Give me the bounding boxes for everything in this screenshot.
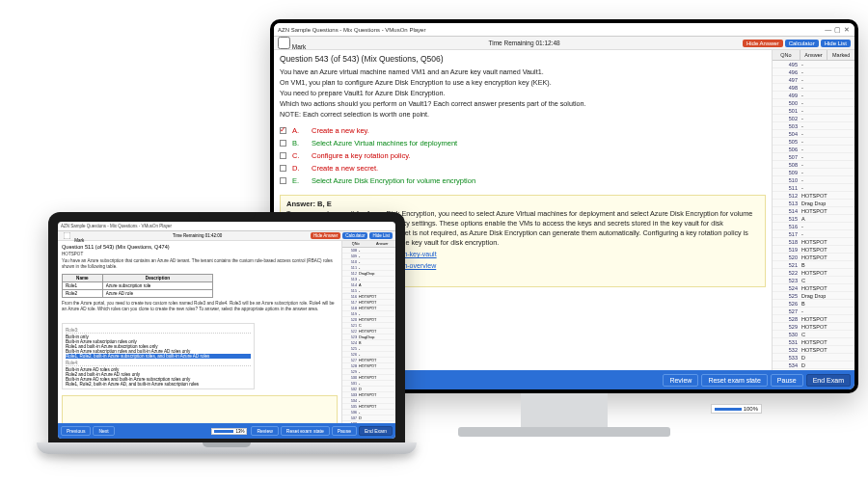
pause-button[interactable]: Pause [332,426,357,436]
question-list-sidebar: QNo Answer Marked 495-496-497-498-499-50… [772,50,854,370]
sidebar-row[interactable]: 527- [773,308,854,315]
dropdown-group-1[interactable]: Built-in onlyBuilt-in Azure subscription… [66,335,251,359]
sidebar-row[interactable]: 519HOTSPOT [773,246,854,254]
sidebar-row[interactable]: 500- [773,99,854,107]
checkbox-icon[interactable] [280,127,286,134]
sidebar-row[interactable]: 515A [773,215,854,223]
progress-bar [214,430,233,433]
roles-table: NameDescription Role1Azure subscription … [62,274,213,298]
mark-checkbox[interactable]: Mark [278,37,306,50]
checkbox-icon[interactable] [280,177,286,184]
sidebar-row[interactable]: 507- [773,153,854,161]
checkbox-icon[interactable] [280,165,286,172]
hide-answer-button[interactable]: Hide Answer [743,40,783,47]
sidebar-row[interactable]: 530C [773,331,854,338]
hide-answer-button[interactable]: Hide Answer [311,232,340,239]
sidebar-row[interactable]: 501- [773,107,854,115]
hide-list-button[interactable]: Hide List [369,232,393,239]
sidebar-row[interactable]: 518HOTSPOT [773,238,854,246]
question-note: From the Azure portal, you need to creat… [62,301,338,313]
sidebar-row[interactable]: 497- [773,76,854,84]
answer-panel [62,395,338,424]
exam-footer: Previous Next 13% Review Reset exam stat… [58,423,395,439]
end-exam-button[interactable]: End Exam [806,374,851,387]
window-title: AZN Sample Questions - Mix Questions - V… [61,224,172,228]
sidebar-row[interactable]: 513Drag Drop [773,200,854,207]
sidebar-row[interactable]: 520HOTSPOT [773,254,854,261]
calculator-button[interactable]: Calculator [342,232,367,239]
laptop-device: AZN Sample Questions - Mix Questions - V… [48,212,405,454]
choice-row[interactable]: E.Select Azure Disk Encryption for volum… [280,174,766,187]
sidebar-row[interactable]: 529HOTSPOT [773,323,854,331]
sidebar-rows[interactable]: 508-509-510-511-512DragDrop513-514A515-5… [342,248,395,423]
sidebar-row[interactable]: 523C [773,277,854,284]
choice-row[interactable]: C.Configure a key rotation policy. [280,149,766,162]
sidebar-row[interactable]: 503- [773,122,854,130]
monitor-stand-neck [521,393,608,427]
window-title: AZN Sample Questions - Mix Questions - V… [278,27,425,33]
sidebar-row[interactable]: 531HOTSPOT [773,338,854,346]
minimize-icon[interactable]: — [825,26,832,34]
reset-button[interactable]: Reset exam state [281,426,330,436]
maximize-icon[interactable]: ▢ [833,26,841,34]
sidebar-header: QNo Answer Marked [773,50,854,61]
choice-row[interactable]: D.Create a new secret. [280,162,766,174]
choice-text: Create a new key. [312,126,369,135]
pause-button[interactable]: Pause [771,374,803,387]
sidebar-row[interactable]: 528HOTSPOT [773,315,854,323]
checkbox-icon[interactable] [280,152,286,159]
sidebar-row[interactable]: 533D [773,354,854,362]
choice-row[interactable]: B.Select Azure Virtual machines for depl… [280,137,766,149]
exam-toolbar: Mark Time Remaining 01:12:48 Hide Answer… [274,37,854,50]
sidebar-row[interactable]: 516- [773,223,854,230]
choice-text: Create a new secret. [312,164,378,173]
review-button[interactable]: Review [663,374,698,387]
next-button[interactable]: Next [93,426,114,436]
choice-letter: C. [292,151,306,160]
sidebar-row[interactable]: 498- [773,84,854,92]
sidebar-row[interactable]: 521B [773,261,854,269]
sidebar-row[interactable]: 511- [773,184,854,192]
sidebar-row[interactable]: 534D [773,362,854,369]
hide-list-button[interactable]: Hide List [821,40,851,47]
sidebar-row[interactable]: 525Drag Drop [773,292,854,300]
sidebar-row[interactable]: 495- [773,61,854,68]
choice-letter: D. [292,164,306,173]
review-button[interactable]: Review [251,426,278,436]
sidebar-row[interactable]: 517- [773,230,854,238]
window-titlebar: AZN Sample Questions - Mix Questions - V… [274,23,854,37]
sidebar-row[interactable]: 508- [773,161,854,169]
laptop-screen: AZN Sample Questions - Mix Questions - V… [58,222,395,439]
choice-letter: B. [292,139,306,147]
sidebar-row[interactable]: 514HOTSPOT [773,207,854,215]
dropdown-group-2[interactable]: Built-in Azure AD roles onlyRole2 and bu… [66,367,251,387]
sidebar-row[interactable]: 502- [773,115,854,122]
sidebar-row[interactable]: 510- [773,176,854,184]
sidebar-row[interactable]: 505- [773,138,854,146]
sidebar-rows[interactable]: 495-496-497-498-499-500-501-502-503-504-… [773,61,854,370]
checkbox-icon[interactable] [280,140,286,147]
sidebar-row[interactable]: 526B [773,300,854,308]
choice-row[interactable]: A.Create a new key. [280,124,766,137]
sidebar-row[interactable]: 506- [773,146,854,153]
sidebar-row[interactable]: 496- [773,68,854,76]
reset-button[interactable]: Reset exam state [701,374,767,387]
dropdown-option[interactable]: Role1, Role2, built-in Azure subscriptio… [66,354,251,359]
sidebar-row[interactable]: 524HOTSPOT [773,284,854,292]
close-icon[interactable]: ✕ [843,26,851,34]
dropdown-option[interactable]: Role1, Role2, built-in Azure AD, and bui… [66,382,251,387]
hotspot-dropdown[interactable]: Role3: Built-in onlyBuilt-in Azure subsc… [62,323,255,389]
exam-toolbar: Mark Time Remaining 01:42:00 Hide Answer… [58,231,395,241]
sidebar-row[interactable]: 522HOTSPOT [773,269,854,277]
calculator-button[interactable]: Calculator [785,40,819,47]
end-exam-button[interactable]: End Exam [359,426,393,436]
sidebar-row[interactable]: 512HOTSPOT [773,192,854,200]
sidebar-header: QNo Answer [342,241,395,248]
sidebar-row[interactable]: 499- [773,92,854,99]
sidebar-row[interactable]: 504- [773,130,854,138]
question-heading: Question 543 (of 543) (Mix Questions, Q5… [280,54,766,64]
question-list-sidebar: QNo Answer 508-509-510-511-512DragDrop51… [341,241,395,423]
previous-button[interactable]: Previous [61,426,91,436]
sidebar-row[interactable]: 532HOTSPOT [773,346,854,354]
sidebar-row[interactable]: 509- [773,169,854,176]
